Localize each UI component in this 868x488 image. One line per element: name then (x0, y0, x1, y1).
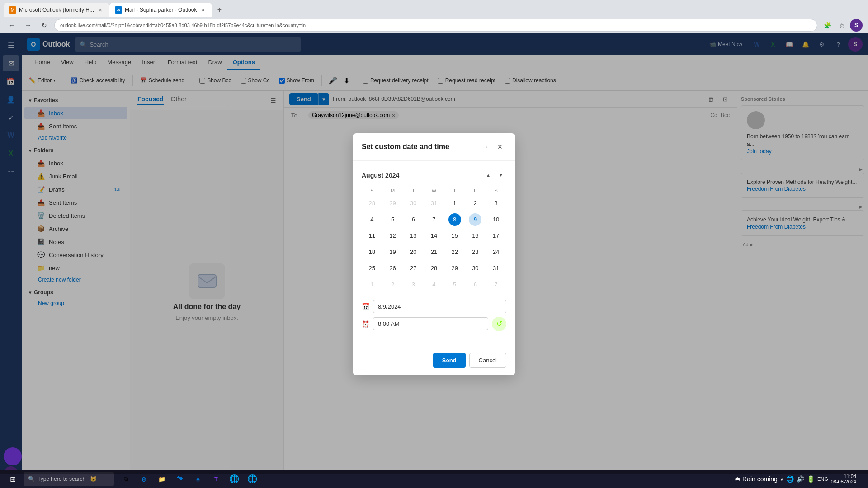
tab-close-2[interactable]: ✕ (199, 6, 207, 14)
calendar-day[interactable]: 14 (424, 228, 444, 244)
day-header-wed: W (424, 186, 444, 195)
tab-inactive[interactable]: M Microsoft Outlook (formerly H... ✕ (4, 3, 109, 17)
calendar-day[interactable]: 20 (403, 244, 424, 260)
modal-back-button[interactable]: ← (481, 141, 494, 153)
calendar-day[interactable]: 22 (444, 244, 465, 260)
modal-overlay: Set custom date and time ← ✕ August 2024… (0, 33, 868, 474)
network-icon[interactable]: 🌐 (786, 475, 794, 483)
calendar-day[interactable]: 31 (486, 260, 506, 277)
bookmark-button[interactable]: ☆ (835, 19, 848, 32)
calendar-day[interactable]: 2 (382, 277, 403, 293)
url-text: outlook.live.com/mail/0/?nlp=1&cobrandid… (60, 23, 306, 28)
time-row: ⏰ ↺ (362, 317, 506, 331)
browser-actions: 🧩 ☆ S (821, 19, 863, 32)
calendar-day[interactable]: 19 (382, 244, 403, 260)
tab-bar: M Microsoft Outlook (formerly H... ✕ ✉ M… (0, 0, 868, 17)
calendar-day[interactable]: 8 (444, 211, 465, 228)
date-row: 📅 (362, 300, 506, 313)
calendar-day[interactable]: 9 (465, 211, 486, 228)
modal-nav: ← (481, 141, 494, 153)
profile-button[interactable]: S (850, 19, 863, 32)
day-header-tue: T (403, 186, 424, 195)
tab-favicon-1: M (9, 6, 16, 14)
calendar-day[interactable]: 29 (382, 195, 403, 211)
calendar-day[interactable]: 1 (444, 195, 465, 211)
time-confirm-icon: ↺ (492, 317, 506, 331)
calendar-day[interactable]: 18 (362, 244, 382, 260)
time-input[interactable] (373, 317, 488, 330)
calendar-day[interactable]: 28 (424, 260, 444, 277)
clock-icon: ⏰ (362, 320, 369, 328)
calendar-header: August 2024 ▲ ▼ (362, 170, 506, 181)
calendar-day[interactable]: 7 (486, 277, 506, 293)
browser-chrome: M Microsoft Outlook (formerly H... ✕ ✉ M… (0, 0, 868, 33)
calendar-day[interactable]: 4 (424, 277, 444, 293)
calendar-day[interactable]: 4 (362, 211, 382, 228)
calendar-month: August 2024 (362, 172, 399, 179)
tray-expand[interactable]: ∧ (780, 477, 783, 482)
calendar-day[interactable]: 2 (465, 195, 486, 211)
url-bar[interactable]: outlook.live.com/mail/0/?nlp=1&cobrandid… (54, 19, 817, 32)
calendar-day[interactable]: 31 (424, 195, 444, 211)
taskbar-search-text: Type here to search (38, 476, 85, 482)
calendar-day[interactable]: 23 (465, 244, 486, 260)
battery-icon: 🔋 (807, 475, 815, 483)
calendar-day[interactable]: 28 (362, 195, 382, 211)
calendar-day[interactable]: 16 (465, 228, 486, 244)
calendar-day[interactable]: 17 (486, 228, 506, 244)
day-header-thu: T (444, 186, 465, 195)
modal-send-button[interactable]: Send (433, 353, 466, 368)
cal-next-button[interactable]: ▼ (495, 170, 506, 181)
tab-label-1: Microsoft Outlook (formerly H... (19, 7, 94, 13)
volume-icon[interactable]: 🔊 (797, 475, 804, 483)
clock-date: 08-08-2024 (831, 479, 856, 484)
calendar-day[interactable]: 27 (403, 260, 424, 277)
calendar-day[interactable]: 12 (382, 228, 403, 244)
calendar-day[interactable]: 5 (444, 277, 465, 293)
calendar-day[interactable]: 3 (486, 195, 506, 211)
date-time-modal: Set custom date and time ← ✕ August 2024… (353, 133, 515, 375)
back-button[interactable]: ← (5, 19, 18, 32)
calendar-day[interactable]: 6 (465, 277, 486, 293)
tray-icons: 🌧 Rain coming (734, 475, 778, 483)
modal-header: Set custom date and time ← ✕ (353, 133, 515, 161)
clock-widget[interactable]: 11:04 08-08-2024 (831, 474, 856, 484)
calendar-day[interactable]: 24 (486, 244, 506, 260)
day-header-sun: S (362, 186, 382, 195)
calendar-day[interactable]: 25 (362, 260, 382, 277)
tab-favicon-2: ✉ (115, 6, 122, 14)
day-header-sat: S (486, 186, 506, 195)
date-input[interactable] (373, 300, 506, 313)
calendar-day[interactable]: 11 (362, 228, 382, 244)
calendar-day[interactable]: 30 (403, 195, 424, 211)
taskbar-search-cat: 🐱 (90, 476, 97, 482)
cal-prev-button[interactable]: ▲ (483, 170, 494, 181)
datetime-inputs: 📅 ⏰ ↺ (362, 300, 506, 331)
calendar-day[interactable]: 7 (424, 211, 444, 228)
day-header-mon: M (382, 186, 403, 195)
calendar-day[interactable]: 29 (444, 260, 465, 277)
calendar-grid: S M T W T F S 28293031123456789101112131… (362, 186, 506, 293)
forward-button[interactable]: → (22, 19, 34, 32)
modal-close-button[interactable]: ✕ (494, 141, 506, 153)
address-bar: ← → ↻ outlook.live.com/mail/0/?nlp=1&cob… (0, 17, 868, 33)
calendar-icon: 📅 (362, 303, 369, 310)
calendar-day[interactable]: 10 (486, 211, 506, 228)
calendar-day[interactable]: 3 (403, 277, 424, 293)
calendar-day[interactable]: 26 (382, 260, 403, 277)
modal-cancel-button[interactable]: Cancel (469, 353, 506, 368)
reload-button[interactable]: ↻ (38, 19, 51, 32)
extensions-button[interactable]: 🧩 (821, 19, 834, 32)
calendar-day[interactable]: 1 (362, 277, 382, 293)
calendar-day[interactable]: 21 (424, 244, 444, 260)
calendar-day[interactable]: 6 (403, 211, 424, 228)
calendar-day[interactable]: 15 (444, 228, 465, 244)
search-icon-taskbar: 🔍 (28, 476, 35, 482)
calendar-day[interactable]: 13 (403, 228, 424, 244)
modal-footer: Send Cancel (353, 347, 515, 375)
calendar-day[interactable]: 5 (382, 211, 403, 228)
calendar-day[interactable]: 30 (465, 260, 486, 277)
tab-close-1[interactable]: ✕ (97, 6, 104, 14)
tab-active[interactable]: ✉ Mail - Sophia parker - Outlook ✕ (109, 3, 212, 17)
new-tab-button[interactable]: + (212, 3, 226, 17)
